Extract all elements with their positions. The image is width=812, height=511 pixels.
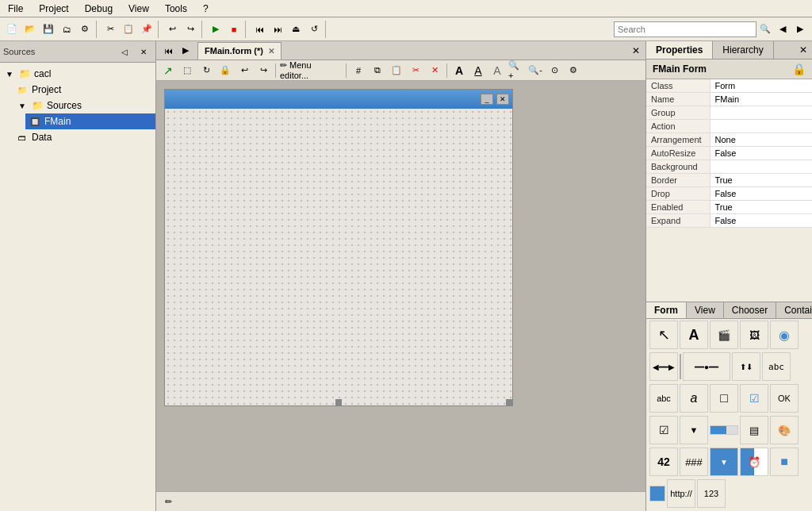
revert-button[interactable]: ↺: [305, 21, 323, 38]
widget-dropdown3[interactable]: ▼: [710, 448, 738, 476]
pencil-tool[interactable]: ✏: [159, 494, 177, 509]
tree-project[interactable]: 📁 Project: [13, 82, 155, 98]
tree-data[interactable]: 🗃 Data: [13, 129, 155, 145]
widget-tab-chooser[interactable]: Chooser: [724, 302, 776, 318]
widget-dropdown[interactable]: ▼: [680, 416, 708, 444]
right-panel-close[interactable]: ✕: [795, 41, 812, 59]
form-paste-tool[interactable]: 📋: [388, 63, 405, 79]
form-copy-tool[interactable]: ⧉: [369, 63, 386, 79]
widget-animated[interactable]: 🎬: [710, 321, 738, 349]
tab-properties[interactable]: Properties: [646, 41, 713, 59]
search-button[interactable]: 🔍: [756, 21, 774, 38]
run-button[interactable]: ▶: [207, 21, 224, 38]
copy-button[interactable]: 📋: [120, 21, 137, 38]
form-cut-tool[interactable]: ✂: [407, 63, 424, 79]
step-start-button[interactable]: ⏮: [251, 21, 268, 38]
widget-tab-contain[interactable]: Contain: [776, 302, 812, 318]
widget-ok-button[interactable]: OK: [770, 384, 799, 413]
widget-italic[interactable]: a: [680, 384, 708, 413]
form-resize-bottom[interactable]: [335, 399, 342, 405]
widget-text[interactable]: abc: [649, 384, 678, 413]
prop-value-autoresize[interactable]: False: [710, 147, 812, 160]
prop-value-drop[interactable]: False: [710, 187, 812, 201]
form-canvas[interactable]: _ ✕: [164, 89, 513, 406]
stop-button[interactable]: ■: [225, 21, 243, 38]
settings-button[interactable]: ⚙: [76, 21, 94, 38]
redo-button[interactable]: ↪: [182, 21, 199, 38]
prop-value-background[interactable]: [710, 160, 812, 174]
menu-file[interactable]: File: [3, 2, 28, 16]
form-arrow-tool[interactable]: ↗: [159, 63, 177, 79]
widget-label[interactable]: A: [680, 321, 708, 349]
form-grid-tool[interactable]: #: [350, 63, 367, 79]
menu-tools[interactable]: Tools: [160, 2, 192, 16]
widget-box[interactable]: □: [710, 384, 738, 413]
form-lock-tool[interactable]: 🔒: [216, 63, 234, 79]
widget-checkbox2[interactable]: ☑: [649, 416, 678, 444]
widget-hash[interactable]: ###: [680, 448, 708, 476]
widget-checked[interactable]: ☑: [740, 384, 768, 413]
menu-view[interactable]: View: [124, 2, 154, 16]
menu-help[interactable]: ?: [198, 2, 213, 16]
prop-value-border[interactable]: True: [710, 174, 812, 187]
widget-image[interactable]: 🖼: [740, 321, 768, 349]
form-options[interactable]: ⚙: [565, 63, 582, 79]
menu-project[interactable]: Project: [34, 2, 73, 16]
left-panel-close[interactable]: ✕: [135, 43, 152, 60]
prop-value-action[interactable]: [710, 120, 812, 133]
prop-value-name[interactable]: FMain: [710, 93, 812, 106]
widget-small-2[interactable]: http://: [667, 479, 695, 508]
save-all-button[interactable]: 🗂: [58, 21, 75, 38]
tab-nav-next[interactable]: ▶: [177, 42, 194, 60]
widget-image2[interactable]: ▤: [740, 416, 768, 444]
widget-radio[interactable]: ◉: [770, 321, 799, 349]
tab-nav-prev[interactable]: ⏮: [159, 42, 177, 60]
form-select-tool[interactable]: ⬚: [178, 63, 196, 79]
form-minimize-button[interactable]: _: [481, 94, 493, 105]
widget-edit[interactable]: abc: [762, 352, 791, 381]
widget-slider-h[interactable]: ◀━━▶: [649, 352, 678, 381]
tree-root[interactable]: ▼ 📁 cacl: [0, 66, 155, 82]
search-input[interactable]: [614, 21, 756, 37]
widget-tab-view[interactable]: View: [687, 302, 724, 318]
widget-spinbox[interactable]: ⬆⬇: [732, 352, 760, 381]
nav-forward-button[interactable]: ▶: [791, 21, 809, 38]
form-close-button[interactable]: ✕: [496, 94, 509, 105]
form-text-a3[interactable]: A: [488, 63, 506, 79]
form-menu-editor[interactable]: ✏ Menu editor...: [279, 63, 343, 79]
form-text-a2[interactable]: A: [469, 63, 487, 79]
undo-button[interactable]: ↩: [163, 21, 181, 38]
form-text-a[interactable]: A: [450, 63, 468, 79]
prop-lock-icon[interactable]: 🔒: [792, 63, 806, 75]
cut-button[interactable]: ✂: [102, 21, 119, 38]
prop-value-group[interactable]: [710, 106, 812, 120]
widget-clock[interactable]: ⏰: [740, 448, 768, 476]
form-resize-corner[interactable]: [506, 399, 512, 405]
save-button[interactable]: 💾: [40, 21, 57, 38]
form-zoom-fit[interactable]: ⊙: [546, 63, 563, 79]
left-panel-shrink[interactable]: ◁: [116, 43, 133, 60]
form-undo-tool[interactable]: ↩: [236, 63, 253, 79]
widget-progress[interactable]: ━━●━━: [683, 352, 730, 381]
nav-back-button[interactable]: ◀: [774, 21, 791, 38]
open-button[interactable]: 📂: [21, 21, 39, 38]
tab-fmain-close[interactable]: ✕: [268, 47, 274, 56]
widget-small-3[interactable]: 123: [697, 479, 726, 508]
tab-fmain[interactable]: FMain.form (*) ✕: [197, 42, 282, 60]
widget-small-1[interactable]: [649, 486, 665, 501]
tab-close-all[interactable]: ✕: [630, 43, 645, 59]
tree-sources[interactable]: ▼ 📁 Sources: [13, 98, 155, 113]
tree-fmain[interactable]: 🔲 FMain: [25, 113, 155, 129]
new-button[interactable]: 📄: [3, 21, 21, 38]
widget-colorpick[interactable]: 🎨: [770, 416, 799, 444]
tab-hierarchy[interactable]: Hierarchy: [713, 41, 773, 59]
paste-button[interactable]: 📌: [138, 21, 155, 38]
prop-value-enabled[interactable]: True: [710, 201, 812, 214]
widget-rect[interactable]: ■: [770, 448, 799, 476]
widget-cursor[interactable]: ↖: [649, 321, 678, 349]
widget-progress-bar[interactable]: [710, 425, 738, 435]
step-forward-button[interactable]: ⏭: [269, 21, 286, 38]
eject-button[interactable]: ⏏: [287, 21, 304, 38]
form-zoom-out[interactable]: 🔍-: [527, 63, 544, 79]
prop-scroll[interactable]: Class Form Name FMain Group Action: [646, 79, 812, 302]
